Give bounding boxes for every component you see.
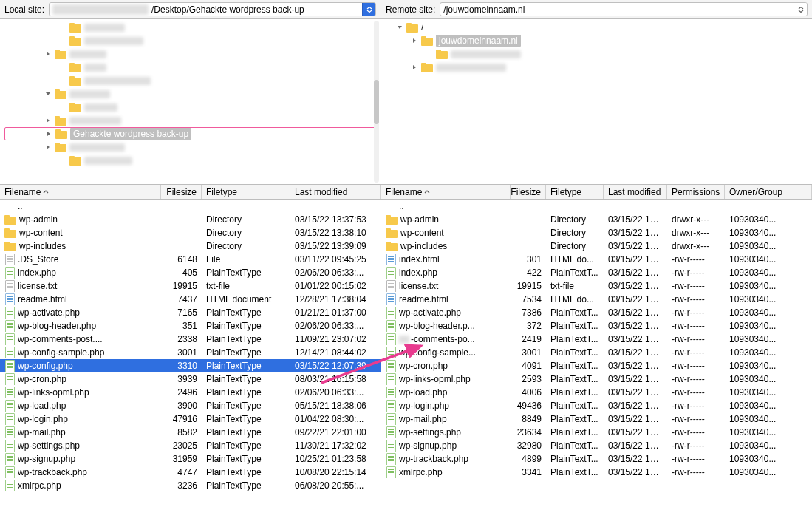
file-icon [386,466,396,478]
table-row[interactable]: wp-mail.php8849PlainTextT...03/15/22 14:… [381,412,812,426]
table-row[interactable]: wp-login.php49436PlainTextT...03/15/22 1… [381,399,812,412]
table-row[interactable]: xmlrpc.php3236PlainTextType06/08/20 20:5… [0,479,381,492]
table-row[interactable]: wp-comments-post....2338PlainTextType11/… [0,333,381,346]
table-row[interactable]: wp-login.php47916PlainTextType01/04/22 0… [0,412,381,426]
file-type: PlainTextType [202,307,290,318]
tree-item[interactable] [4,140,376,154]
table-row[interactable]: wp-settings.php23025PlainTextType11/30/2… [0,439,381,452]
table-row[interactable]: wp-trackback.php4899PlainTextT...03/15/2… [381,452,812,466]
remote-path-input[interactable] [440,4,794,16]
table-row[interactable]: .DS_Store6148File03/11/22 09:45:25 [0,253,381,266]
table-row[interactable]: wp-blog-header.php351PlainTextType02/06/… [0,319,381,333]
table-row[interactable]: wp-activate.php7386PlainTextT...03/15/22… [381,306,812,319]
table-row[interactable]: wp-includesDirectory03/15/22 13:39:09 [0,239,381,253]
table-row[interactable]: license.txt19915txt-file01/01/22 00:15:0… [0,279,381,293]
table-row[interactable]: wp-load.php4006PlainTextT...03/15/22 14:… [381,386,812,399]
tree-item[interactable] [386,47,808,61]
tree-item[interactable] [386,61,808,74]
remote-tree[interactable]: /jouwdomeinnaam.nl [381,19,812,185]
table-row[interactable]: wp-config.php3310PlainTextType03/15/22 1… [0,359,381,372]
table-row[interactable]: wp-contentDirectory03/15/22 14:...drwxr-… [381,226,812,239]
table-row[interactable]: xmlrpc.php3341PlainTextT...03/15/22 14:.… [381,466,812,479]
table-row[interactable]: .. [381,200,812,213]
table-row[interactable]: wp-trackback.php4747PlainTextType10/08/2… [0,466,381,479]
file-size: 47916 [161,414,202,424]
remote-file-list[interactable]: ..wp-adminDirectory03/15/22 14:...drwxr-… [381,200,812,524]
folder-icon [421,36,433,46]
col-filename[interactable]: Filename [381,185,511,199]
tree-item[interactable] [4,61,376,74]
table-row[interactable]: wp-cron.php4091PlainTextT...03/15/22 14:… [381,359,812,372]
table-row[interactable]: wp-links-opml.php2496PlainTextType02/06/… [0,386,381,399]
local-tree[interactable]: Gehackte wordpress back-up [0,19,381,185]
table-row[interactable]: wp-includesDirectory03/15/22 14:...drwxr… [381,239,812,253]
table-row[interactable]: wp-config-sample...3001PlainTextT...03/1… [381,346,812,359]
table-row[interactable]: wp-contentDirectory03/15/22 13:38:10 [0,226,381,239]
remote-path-dropdown[interactable] [794,3,807,16]
table-row[interactable]: wp-settings.php23634PlainTextT...03/15/2… [381,426,812,439]
tree-item[interactable]: jouwdomeinnaam.nl [386,34,808,47]
file-type: File [202,254,290,265]
file-type: PlainTextType [202,440,290,451]
tree-item[interactable] [4,47,376,61]
tree-item[interactable]: Gehackte wordpress back-up [4,127,376,140]
file-permissions: -rw-r----- [667,307,725,318]
table-row[interactable]: readme.html7534HTML do...03/15/22 14:...… [381,293,812,306]
table-row[interactable]: wp-signup.php31959PlainTextType10/25/21 … [0,452,381,466]
col-filesize[interactable]: Filesize [161,185,202,199]
file-name: wp-links-opml.php [399,374,471,384]
table-row[interactable]: wp-adminDirectory03/15/22 13:37:53 [0,213,381,226]
local-path-dropdown[interactable] [362,3,375,16]
file-modified: 03/15/22 14:... [604,427,667,438]
table-row[interactable]: wp-adminDirectory03/15/22 14:...drwxr-x-… [381,213,812,226]
file-modified: 06/08/20 20:55:... [290,480,381,491]
table-row[interactable]: wp-cron.php3939PlainTextType08/03/21 16:… [0,372,381,386]
file-icon [386,320,396,332]
file-size: 8849 [511,414,546,424]
local-tree-scrollbar[interactable] [374,21,379,183]
tree-item[interactable] [4,114,376,127]
table-row[interactable]: wp-links-opml.php2593PlainTextT...03/15/… [381,372,812,386]
local-path-input[interactable] [149,4,362,16]
tree-item[interactable] [4,21,376,34]
table-row[interactable]: index.html301HTML do...03/15/22 14:...-r… [381,253,812,266]
table-row[interactable]: index.php405PlainTextType02/06/20 06:33:… [0,266,381,279]
remote-path-field-wrap[interactable] [440,2,808,16]
file-type: HTML do... [546,254,604,265]
table-row[interactable]: wp-load.php3900PlainTextType05/15/21 18:… [0,399,381,412]
file-name: wp-activate.php [399,307,461,318]
col-modified[interactable]: Last modified [604,185,667,199]
col-modified[interactable]: Last modified [290,185,381,199]
table-row[interactable]: wp-signup.php32980PlainTextT...03/15/22 … [381,439,812,452]
table-row[interactable]: license.txt19915txt-file03/15/22 14:...-… [381,279,812,293]
col-filesize[interactable]: Filesize [511,185,546,199]
table-row[interactable]: -comments-po...2419PlainTextT...03/15/22… [381,333,812,346]
table-row[interactable]: index.php422PlainTextT...03/15/22 14:...… [381,266,812,279]
tree-item[interactable]: / [386,21,808,34]
tree-item[interactable] [4,154,376,167]
col-filetype[interactable]: Filetype [546,185,604,199]
table-row[interactable]: wp-blog-header.p...372PlainTextT...03/15… [381,319,812,333]
file-name: wp-trackback.php [18,467,87,477]
table-row[interactable]: .. [0,200,381,213]
col-owner[interactable]: Owner/Group [725,185,812,199]
file-type: PlainTextT... [546,347,604,358]
tree-item-label: / [421,22,423,33]
col-filetype[interactable]: Filetype [202,185,290,199]
file-modified: 02/06/20 06:33:... [290,321,381,331]
col-filename[interactable]: Filename [0,185,161,199]
tree-item[interactable] [4,74,376,87]
local-path-field-wrap[interactable] [49,2,376,16]
col-permissions[interactable]: Permissions [667,185,725,199]
tree-item[interactable] [4,87,376,101]
tree-item[interactable] [4,101,376,114]
table-row[interactable]: wp-activate.php7165PlainTextType01/21/21… [0,306,381,319]
table-row[interactable]: readme.html7437HTML document12/28/21 17:… [0,293,381,306]
local-file-list[interactable]: ..wp-adminDirectory03/15/22 13:37:53wp-c… [0,200,381,524]
table-row[interactable]: wp-config-sample.php3001PlainTextType12/… [0,346,381,359]
file-icon [386,413,396,425]
file-modified: 02/06/20 06:33:... [290,387,381,398]
tree-item[interactable] [4,34,376,47]
file-size: 301 [511,254,546,265]
table-row[interactable]: wp-mail.php8582PlainTextType09/22/21 22:… [0,426,381,439]
